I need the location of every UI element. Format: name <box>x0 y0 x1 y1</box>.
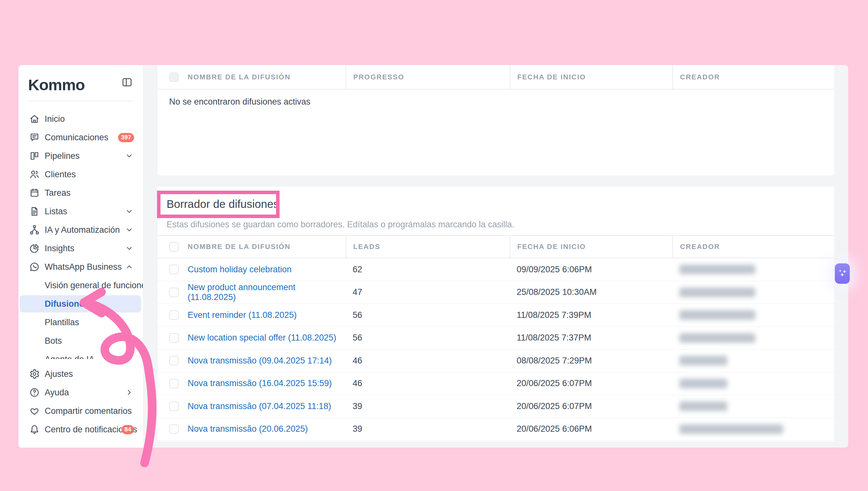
sidebar-item-clientes[interactable]: Clientes <box>19 165 143 184</box>
sidebar-item-label: Ayuda <box>45 388 69 398</box>
column-header-creador: CREADOR <box>672 65 834 89</box>
sidebar-item-ia-automatizacion[interactable]: IA y Automatización <box>19 221 143 239</box>
broadcast-name-link[interactable]: New location special offer (11.08.2025) <box>188 333 336 343</box>
row-checkbox[interactable] <box>169 265 179 274</box>
sidebar-item-compartir-comentarios[interactable]: Compartir comentarios <box>19 402 143 420</box>
leads-count: 39 <box>346 418 510 441</box>
creator-name-blurred <box>679 379 727 388</box>
sidebar-item-comunicaciones[interactable]: Comunicaciones 397 <box>19 128 143 147</box>
creator-name-blurred <box>679 310 755 320</box>
sidebar-item-label: Tareas <box>45 188 71 198</box>
column-header-fecha: FECHA DE INICIO <box>510 65 672 89</box>
start-date: 11/08/2025 7:39PM <box>510 304 672 326</box>
pipelines-icon <box>29 150 40 161</box>
leads-count: 39 <box>346 395 510 418</box>
sidebar-item-pipelines[interactable]: Pipelines <box>19 147 143 165</box>
start-date: 20/06/2025 6:07PM <box>510 395 672 418</box>
creator-name-blurred <box>679 424 783 434</box>
start-date: 25/08/2025 10:30AM <box>510 281 672 304</box>
sidebar-item-label: Clientes <box>45 170 76 179</box>
sidebar-item-vision-general[interactable]: Visión general de funciones <box>19 276 143 295</box>
broadcast-name-link[interactable]: Nova transmissão (16.04.2025 15:59) <box>188 378 332 388</box>
table-row: Nova transmissão (16.04.2025 15:59) 46 2… <box>158 372 834 395</box>
broadcast-name-link[interactable]: Nova transmissão (09.04.2025 17:14) <box>188 356 332 366</box>
table-row: Nova transmissão (09.04.2025 17:14) 46 0… <box>158 349 834 372</box>
table-header-row: NOMBRE DE LA DIFUSIÓN LEADS FECHA DE INI… <box>158 235 834 258</box>
sidebar-item-ajustes[interactable]: Ajustes <box>19 365 143 383</box>
table-row: Nova transmissão (07.04.2025 11:18) 39 2… <box>158 395 834 418</box>
chevron-down-icon[interactable] <box>125 226 133 234</box>
broadcast-name-link[interactable]: Nova transmissão (07.04.2025 11:18) <box>188 401 331 411</box>
sidebar-item-label: Bots <box>45 336 62 346</box>
sidebar-item-ayuda[interactable]: Ayuda <box>19 383 143 402</box>
sidebar-item-tareas[interactable]: Tareas <box>19 184 143 202</box>
column-header-nombre: NOMBRE DE LA DIFUSIÓN <box>188 65 346 89</box>
table-row: Nova transmissão (20.06.2025) 39 20/06/2… <box>158 418 834 441</box>
start-date: 09/09/2025 6:06PM <box>510 258 672 281</box>
pie-chart-icon <box>29 243 40 254</box>
column-header-leads: LEADS <box>346 236 510 258</box>
row-checkbox[interactable] <box>169 401 179 411</box>
sidebar-item-difusiones[interactable]: Difusiones <box>19 295 143 313</box>
sidebar-item-label: Inicio <box>45 114 65 124</box>
sparkles-icon <box>837 268 848 279</box>
sidebar-item-centro-notificaciones[interactable]: Centro de notificaciones 84 <box>19 420 143 439</box>
leads-count: 46 <box>346 349 510 372</box>
row-checkbox[interactable] <box>169 379 179 388</box>
chevron-down-icon[interactable] <box>125 244 133 253</box>
row-checkbox[interactable] <box>169 310 179 320</box>
creator-name-blurred <box>679 265 755 274</box>
ai-assistant-button[interactable] <box>835 263 850 284</box>
sidebar-item-plantillas[interactable]: Plantillas <box>19 313 143 331</box>
draft-broadcasts-section: Borrador de difusiones Estas difusiones … <box>158 186 834 441</box>
chevron-down-icon[interactable] <box>125 152 133 160</box>
notifications-count-badge: 84 <box>121 425 134 434</box>
broadcast-name-link[interactable]: Custom holiday celebration <box>188 265 292 275</box>
active-broadcasts-table: NOMBRE DE LA DIFUSIÓN PROGRESSO FECHA DE… <box>158 65 834 175</box>
broadcast-name-link[interactable]: New product announcement (11.08.2025) <box>188 283 346 302</box>
sidebar-item-insights[interactable]: Insights <box>19 239 143 258</box>
sidebar-item-agente-ia[interactable]: Agente de IA <box>19 350 143 359</box>
unread-count-badge: 397 <box>118 133 134 142</box>
chevron-right-icon[interactable] <box>125 388 133 397</box>
kommo-logo: Kommo <box>28 76 85 94</box>
sidebar-item-label: Pipelines <box>45 151 80 161</box>
sidebar-item-label: Plantillas <box>45 318 79 327</box>
sidebar-item-inicio[interactable]: Inicio <box>19 110 143 128</box>
row-checkbox[interactable] <box>169 288 179 297</box>
draft-rows: Custom holiday celebration 62 09/09/2025… <box>158 258 834 441</box>
select-all-checkbox[interactable] <box>169 73 179 82</box>
creator-name-blurred <box>679 333 755 343</box>
column-header-progresso: PROGRESSO <box>346 65 510 89</box>
sidebar-collapse-icon[interactable] <box>121 77 133 88</box>
sidebar-item-label: Compartir comentarios <box>45 406 132 416</box>
leads-count: 56 <box>346 304 510 326</box>
select-all-checkbox[interactable] <box>169 242 179 252</box>
sidebar-item-label: Listas <box>45 207 67 216</box>
column-header-fecha: FECHA DE INICIO <box>510 236 672 258</box>
gear-icon <box>29 369 40 379</box>
table-row: Custom holiday celebration 62 09/09/2025… <box>158 258 834 281</box>
chevron-up-icon[interactable] <box>125 263 133 271</box>
sidebar: Kommo Inicio Comunicaciones 397 Pipeline… <box>19 65 143 447</box>
start-date: 08/08/2025 7:29PM <box>510 349 672 372</box>
table-header-row: NOMBRE DE LA DIFUSIÓN PROGRESSO FECHA DE… <box>158 65 834 90</box>
sidebar-item-whatsapp-business[interactable]: WhatsApp Business <box>19 258 143 276</box>
leads-count: 47 <box>346 281 510 304</box>
section-title: Borrador de difusiones <box>167 191 279 218</box>
sidebar-item-label: Visión general de funciones <box>45 281 143 290</box>
sidebar-nav: Inicio Comunicaciones 397 Pipelines Clie… <box>19 110 143 359</box>
row-checkbox[interactable] <box>169 333 179 343</box>
row-checkbox[interactable] <box>169 356 179 365</box>
sidebar-item-label: Insights <box>45 243 74 254</box>
sidebar-item-label: Comunicaciones <box>45 133 109 143</box>
sidebar-item-bots[interactable]: Bots <box>19 331 143 350</box>
row-checkbox[interactable] <box>169 424 179 434</box>
sidebar-item-label: Ajustes <box>45 369 73 379</box>
broadcast-name-link[interactable]: Nova transmissão (20.06.2025) <box>188 424 308 434</box>
sidebar-item-listas[interactable]: Listas <box>19 202 143 221</box>
sidebar-item-label: Agente de IA <box>45 354 94 359</box>
chevron-down-icon[interactable] <box>125 207 133 215</box>
broadcast-name-link[interactable]: Event reminder (11.08.2025) <box>188 310 297 320</box>
table-row: New product announcement (11.08.2025) 47… <box>158 281 834 304</box>
